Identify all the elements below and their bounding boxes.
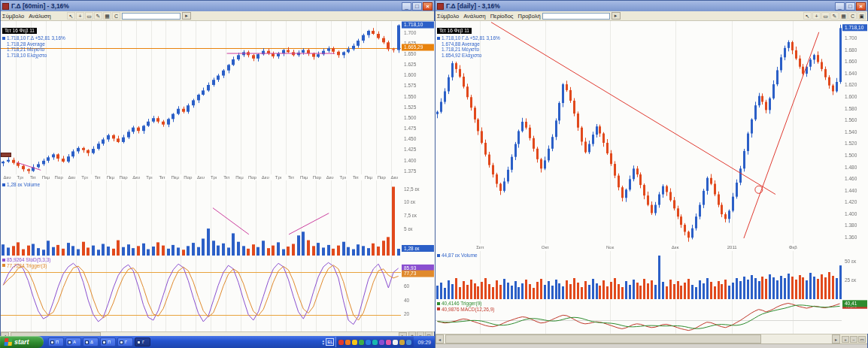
macd-chart-canvas[interactable]	[436, 299, 868, 334]
restore-button[interactable]: □	[412, 2, 422, 11]
stochastic-chart-canvas[interactable]	[1, 256, 436, 331]
tray-icon[interactable]	[399, 340, 405, 345]
taskbar-clock: 09:29	[415, 340, 433, 345]
app-icon	[2, 3, 9, 10]
taskbar-window-button[interactable]: Γ	[135, 337, 150, 346]
compare-icon[interactable]: C	[848, 12, 857, 20]
taskbar-window-button[interactable]: Π	[48, 337, 64, 346]
crosshair-icon[interactable]: +	[812, 12, 821, 20]
window-bottom-edge	[436, 343, 867, 348]
price-chart-canvas[interactable]	[436, 21, 868, 251]
zoom-out-button[interactable]: −	[850, 336, 857, 343]
toolbar: ΣύμβολοΑνάλυσηΠερίοδοςΠροβολή ▸ ↖+▭✎▦C▣	[436, 11, 867, 21]
window-icon	[120, 340, 123, 344]
taskbar-button-label: Γ	[125, 340, 127, 344]
restore-button[interactable]: □	[845, 2, 855, 11]
menu-item[interactable]: Σύμβολο	[437, 13, 459, 20]
taskbar-window-button[interactable]: Α	[65, 337, 81, 346]
symbol-go-button[interactable]: ▸	[612, 12, 621, 20]
scroll-left-icon[interactable]: ◂	[436, 334, 444, 343]
close-button[interactable]: ×	[856, 2, 866, 11]
draw-icon[interactable]: ✎	[830, 12, 839, 20]
scroll-right-icon[interactable]: ▸	[832, 334, 840, 343]
scrollbar-thumb[interactable]	[445, 334, 761, 343]
left-edge-price-flag	[1, 153, 11, 157]
windows-flag-icon	[4, 338, 12, 346]
cursor-icon[interactable]: ↖	[67, 12, 75, 20]
minimize-button[interactable]: _	[835, 2, 845, 11]
draw-icon[interactable]: ✎	[94, 12, 102, 20]
system-tray	[335, 337, 414, 347]
tray-icon[interactable]	[379, 340, 384, 345]
price-chart-canvas[interactable]	[1, 21, 436, 180]
taskbar-button-label: Π	[108, 340, 111, 344]
taskbar-window-button[interactable]: Π	[100, 337, 116, 346]
menu-item[interactable]: Περίοδος	[490, 13, 514, 20]
titlebar[interactable]: Γ.Δ [daily] - 3,16% _ □ ×	[436, 1, 867, 11]
start-button[interactable]: start	[0, 336, 44, 348]
window-icon	[137, 340, 141, 344]
language-indicator[interactable]: EL	[326, 338, 334, 346]
zoom-in-button[interactable]: +	[842, 336, 849, 343]
rectangle-icon[interactable]: ▭	[821, 12, 830, 20]
window-icon	[68, 340, 71, 344]
symbol-input[interactable]	[122, 13, 181, 20]
menu-item[interactable]: Ανάλυση	[29, 13, 50, 20]
menu-item[interactable]: Σύμβολο	[2, 13, 24, 20]
crosshair-icon[interactable]: +	[76, 12, 84, 20]
window-icon	[102, 340, 106, 344]
taskbar-window-button[interactable]: Δ	[83, 337, 99, 346]
taskbar-scroll-spinner[interactable]: ▴ ▾	[323, 339, 325, 345]
tray-icon[interactable]	[406, 340, 411, 345]
symbol-go-button[interactable]: ▸	[182, 12, 191, 20]
window-title: Γ.Δ [daily] - 3,16%	[446, 2, 835, 10]
tray-icon[interactable]	[393, 340, 398, 345]
titlebar[interactable]: Γ.Δ [60min] - 3,16% _ □ ×	[1, 1, 434, 11]
tray-icon[interactable]	[338, 340, 344, 345]
grid-icon[interactable]: ▦	[103, 12, 111, 20]
horizontal-scrollbar[interactable]: ◂ ▸ + − ▭	[436, 334, 867, 343]
compare-icon[interactable]: C	[112, 12, 120, 20]
taskbar-button-label: Π	[56, 340, 59, 344]
save-icon[interactable]: ▣	[857, 12, 866, 20]
tray-icon[interactable]	[366, 340, 371, 345]
tray-icon[interactable]	[372, 340, 378, 345]
taskbar-window-button[interactable]: Γ	[117, 337, 133, 346]
tray-icon[interactable]	[359, 340, 364, 345]
desktop: Γ.Δ [60min] - 3,16% _ □ × ΣύμβολοΑνάλυση…	[0, 0, 868, 348]
scrollbar-track[interactable]	[444, 334, 832, 343]
chart-window-60min: Γ.Δ [60min] - 3,16% _ □ × ΣύμβολοΑνάλυση…	[0, 0, 435, 336]
taskbar: start ΠΑΔΠΓΓ ▴ ▾ EL 09:29	[0, 336, 435, 348]
menu-item[interactable]: Προβολή	[517, 13, 540, 20]
taskbar-button-label: Δ	[90, 340, 93, 344]
spinner-down-icon[interactable]: ▾	[323, 342, 325, 345]
grid-icon[interactable]: ▦	[839, 12, 848, 20]
app-icon	[437, 3, 444, 10]
rectangle-icon[interactable]: ▭	[85, 12, 93, 20]
toolbar: ΣύμβολοΑνάλυση ↖+▭✎▦C ▸	[1, 11, 434, 21]
minimize-button[interactable]: _	[402, 2, 411, 11]
cursor-icon[interactable]: ↖	[803, 12, 812, 20]
volume-chart-canvas[interactable]	[436, 251, 868, 299]
window-icon	[50, 340, 54, 344]
close-button[interactable]: ×	[423, 2, 432, 11]
window-title: Γ.Δ [60min] - 3,16%	[11, 2, 402, 10]
symbol-input[interactable]	[542, 13, 610, 20]
menu-item[interactable]: Ανάλυση	[463, 13, 485, 20]
range-button[interactable]: ▭	[858, 336, 866, 343]
tray-icon[interactable]	[352, 340, 357, 345]
taskbar-button-label: Γ	[142, 340, 144, 344]
window-icon	[85, 340, 89, 344]
volume-chart-canvas[interactable]	[1, 180, 436, 256]
tray-icon[interactable]	[345, 340, 351, 345]
chart-window-daily: Γ.Δ [daily] - 3,16% _ □ × ΣύμβολοΑνάλυση…	[435, 0, 868, 348]
taskbar-button-label: Α	[73, 340, 76, 344]
start-label: start	[14, 338, 29, 346]
tray-icon[interactable]	[386, 340, 391, 345]
